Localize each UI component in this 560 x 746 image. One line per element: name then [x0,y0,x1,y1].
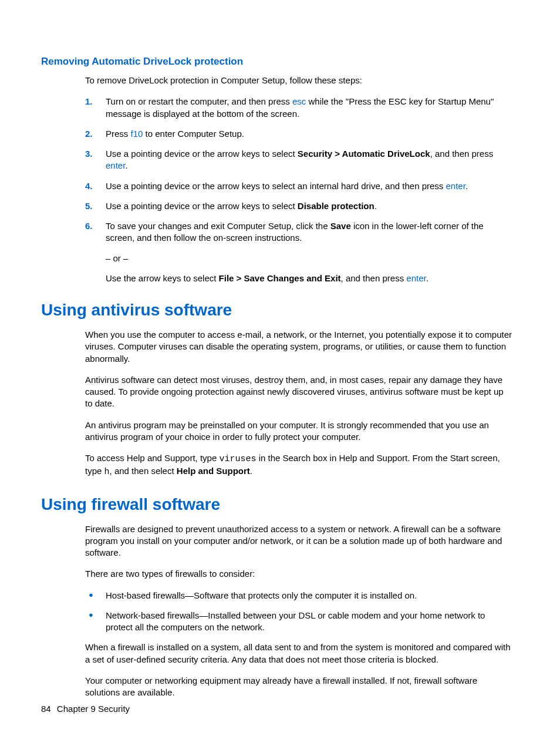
or-text: – or – [106,253,513,264]
step-number: 5. [85,200,93,212]
section-title-firewall: Using firewall software [41,495,519,514]
list-item: ● Network-based firewalls—Installed betw… [85,610,513,634]
step-1: 1. Turn on or restart the computer, and … [85,96,513,120]
step-text: Press f10 to enter Computer Setup. [106,129,244,139]
body-paragraph: When you use the computer to access e-ma… [85,329,513,365]
step-text: Use a pointing device or the arrow keys … [106,149,493,170]
key-enter: enter [406,273,426,283]
steps-list: 1. Turn on or restart the computer, and … [85,96,513,244]
body-paragraph: An antivirus program may be preinstalled… [85,419,513,443]
step-text: Use a pointing device or the arrow keys … [106,181,468,191]
subsection-title-drivelock: Removing Automatic DriveLock protection [41,56,519,68]
key-enter: enter [446,181,465,191]
body-paragraph: There are two types of firewalls to cons… [85,568,513,580]
section-title-antivirus: Using antivirus software [41,301,519,320]
bullet-text: Network-based firewalls—Installed betwee… [106,610,485,632]
bullet-icon: ● [89,590,93,600]
or-line: Use the arrow keys to select File > Save… [106,273,513,284]
step-2: 2. Press f10 to enter Computer Setup. [85,128,513,140]
step-number: 2. [85,128,93,140]
list-item: ● Host-based firewalls—Software that pro… [85,590,513,601]
code-h: h [104,467,110,477]
page-footer: 84 Chapter 9 Security [41,704,130,714]
body-paragraph: Antivirus software can detect most virus… [85,374,513,410]
key-enter: enter [106,160,125,170]
step-text: Use a pointing device or the arrow keys … [106,201,377,211]
step-6: 6. To save your changes and exit Compute… [85,220,513,244]
body-paragraph: When a firewall is installed on a system… [85,641,513,666]
bullet-text: Host-based firewalls—Software that prote… [106,590,417,600]
key-esc: esc [292,96,306,106]
step-number: 1. [85,96,93,107]
firewall-types-list: ● Host-based firewalls—Software that pro… [85,590,513,634]
page-number: 84 [41,704,51,714]
step-number: 3. [85,148,93,160]
step-text: Turn on or restart the computer, and the… [106,96,494,118]
step-4: 4. Use a pointing device or the arrow ke… [85,180,513,192]
body-paragraph: Your computer or networking equipment ma… [85,675,513,699]
step-number: 6. [85,220,93,232]
step-text: To save your changes and exit Computer S… [106,221,484,243]
step-number: 4. [85,180,93,192]
code-viruses: viruses [219,454,256,464]
body-paragraph: Firewalls are designed to prevent unauth… [85,523,513,559]
step-5: 5. Use a pointing device or the arrow ke… [85,200,513,212]
document-page: Removing Automatic DriveLock protection … [0,0,560,737]
chapter-label: Chapter 9 Security [57,704,130,714]
key-f10: f10 [131,129,143,139]
step-3: 3. Use a pointing device or the arrow ke… [85,148,513,172]
bullet-icon: ● [89,610,93,620]
body-paragraph: To access Help and Support, type viruses… [85,452,513,479]
intro-text: To remove DriveLock protection in Comput… [85,75,519,86]
